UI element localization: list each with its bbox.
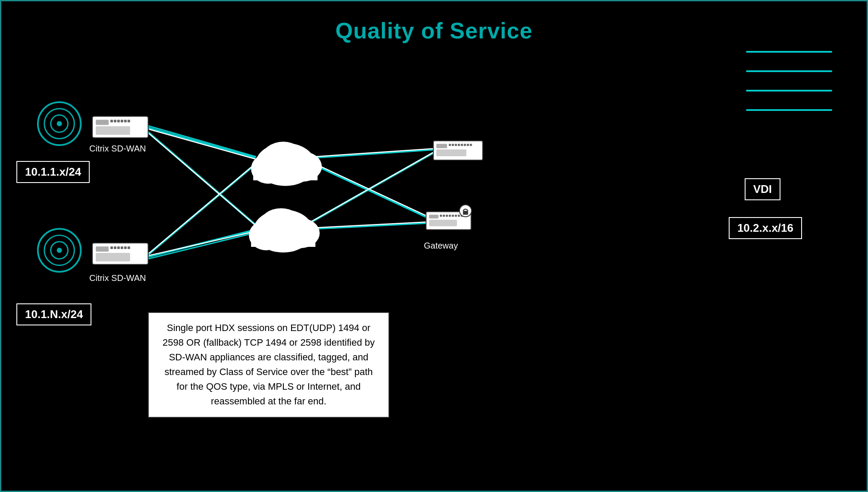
info-box: Single port HDX sessions on EDT(UDP) 149… — [148, 312, 389, 418]
svg-line-8 — [307, 149, 433, 158]
svg-point-25 — [57, 248, 62, 253]
svg-rect-56 — [449, 144, 451, 146]
svg-rect-64 — [436, 149, 467, 156]
svg-rect-70 — [449, 214, 451, 217]
svg-line-17 — [148, 231, 261, 259]
ip-label-3: 10.2.x.x/16 — [729, 217, 802, 239]
svg-rect-38 — [114, 246, 116, 249]
svg-rect-66 — [429, 214, 439, 218]
svg-rect-40 — [121, 246, 123, 249]
svg-rect-77 — [463, 211, 468, 214]
svg-rect-59 — [458, 144, 460, 146]
vdi-label: VDI — [745, 178, 780, 200]
svg-rect-41 — [124, 246, 127, 249]
svg-rect-37 — [110, 246, 113, 249]
svg-line-15 — [310, 221, 436, 228]
ip-label-1: 10.1.1.x/24 — [16, 161, 90, 183]
svg-rect-36 — [96, 246, 109, 252]
svg-rect-42 — [128, 246, 130, 249]
svg-rect-34 — [96, 126, 130, 135]
gateway-label: Gateway — [424, 241, 458, 251]
svg-rect-30 — [117, 120, 120, 123]
svg-rect-69 — [446, 214, 448, 217]
svg-rect-53 — [251, 232, 315, 247]
svg-line-13 — [310, 161, 434, 219]
sdwan2-label: Citrix SD-WAN — [89, 273, 146, 283]
svg-rect-63 — [470, 144, 472, 146]
svg-line-16 — [148, 126, 257, 157]
svg-line-6 — [149, 161, 259, 253]
ip-label-2: 10.1.N.x/24 — [16, 303, 91, 325]
svg-rect-71 — [452, 214, 454, 217]
svg-line-7 — [149, 230, 261, 255]
svg-rect-28 — [110, 120, 113, 123]
svg-rect-67 — [440, 214, 442, 217]
svg-line-12 — [308, 148, 434, 157]
svg-rect-62 — [467, 144, 469, 146]
svg-line-4 — [149, 129, 256, 159]
svg-rect-39 — [117, 246, 120, 249]
svg-rect-75 — [429, 220, 457, 226]
svg-rect-29 — [114, 120, 116, 123]
svg-line-11 — [309, 222, 436, 229]
svg-rect-48 — [253, 165, 317, 180]
svg-rect-33 — [128, 120, 130, 123]
main-container: Quality of Service — [0, 0, 868, 492]
svg-rect-68 — [443, 214, 445, 217]
svg-rect-43 — [96, 253, 130, 262]
svg-rect-72 — [455, 214, 457, 217]
svg-line-5 — [149, 133, 259, 228]
svg-point-21 — [57, 121, 62, 126]
svg-rect-32 — [124, 120, 127, 123]
svg-rect-58 — [455, 144, 457, 146]
svg-rect-57 — [452, 144, 454, 146]
svg-rect-61 — [464, 144, 466, 146]
sdwan1-label: Citrix SD-WAN — [89, 144, 146, 154]
svg-rect-27 — [96, 120, 109, 125]
svg-rect-31 — [121, 120, 123, 123]
svg-rect-60 — [461, 144, 463, 146]
svg-rect-73 — [458, 214, 460, 217]
svg-line-0 — [148, 128, 256, 158]
svg-rect-55 — [436, 144, 447, 148]
